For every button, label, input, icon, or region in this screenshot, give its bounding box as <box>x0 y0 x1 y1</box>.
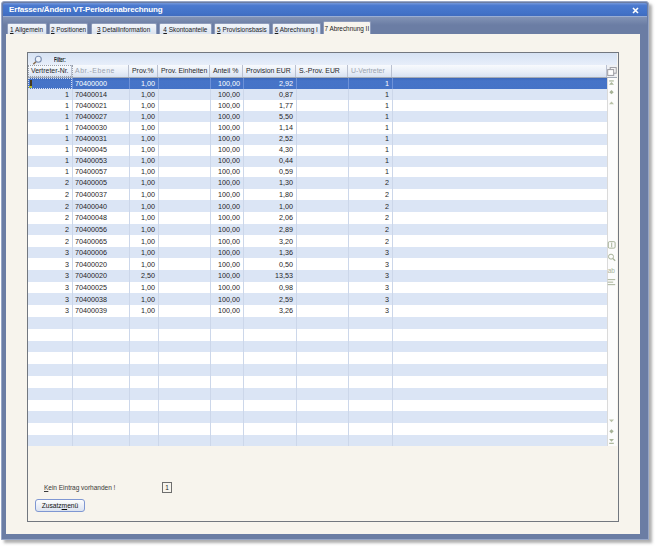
svg-text:ab: ab <box>607 266 615 273</box>
